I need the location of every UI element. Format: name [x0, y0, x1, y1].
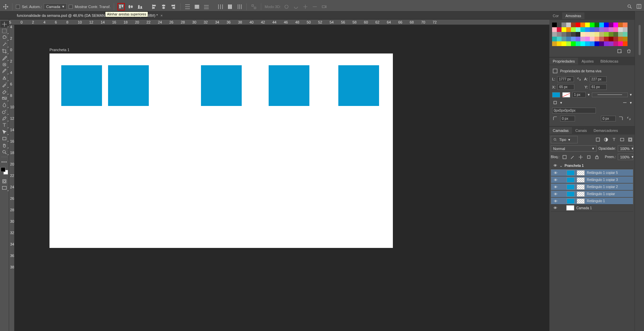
corner-radius-input[interactable]	[552, 108, 596, 113]
fill-input[interactable]: 100%▾	[618, 154, 633, 160]
stroke-style-dropdown[interactable]: ▾	[630, 93, 632, 97]
align-vertical-centers-button[interactable]	[127, 3, 134, 10]
swatch[interactable]	[571, 37, 576, 41]
swatch[interactable]	[599, 23, 604, 27]
layer-row[interactable]: 👁Camada 1	[551, 205, 633, 212]
distribute-left-button[interactable]	[217, 3, 224, 10]
magic-wand-tool[interactable]	[0, 41, 9, 48]
swatch[interactable]	[618, 41, 623, 46]
visibility-icon[interactable]: 👁	[553, 163, 557, 168]
swatch[interactable]	[595, 27, 599, 32]
swatch[interactable]	[557, 32, 562, 37]
swatch[interactable]	[566, 27, 571, 32]
tab-ajustes[interactable]: Ajustes	[578, 58, 597, 65]
align-top-edges-button[interactable]	[117, 3, 125, 10]
dodge-tool[interactable]	[0, 108, 9, 115]
swatch[interactable]	[571, 27, 576, 32]
width-input[interactable]	[557, 76, 574, 82]
swatch[interactable]	[599, 27, 604, 32]
swatch[interactable]	[585, 32, 590, 37]
opacity-input[interactable]: 100%▾	[618, 145, 633, 152]
filter-adjust-icon[interactable]	[603, 137, 609, 143]
distribute-hcenter-button[interactable]	[226, 3, 234, 10]
align-right-edges-button[interactable]	[169, 3, 177, 10]
swatch[interactable]	[557, 27, 562, 32]
height-input[interactable]	[590, 76, 607, 82]
healing-brush-tool[interactable]	[0, 61, 9, 68]
swatch[interactable]	[609, 32, 613, 37]
edit-toolbar-button[interactable]: •••	[0, 158, 9, 165]
brush-tool[interactable]	[0, 68, 9, 75]
link-dimensions-icon[interactable]	[576, 76, 582, 82]
type-tool[interactable]	[0, 122, 9, 128]
swatch[interactable]	[595, 23, 599, 27]
swatch[interactable]	[562, 27, 566, 32]
crop-tool[interactable]	[0, 48, 9, 54]
swatch[interactable]	[609, 27, 613, 32]
swatch[interactable]	[595, 32, 599, 37]
swatch[interactable]	[609, 37, 613, 41]
swatch[interactable]	[623, 23, 628, 27]
swatch[interactable]	[576, 41, 580, 46]
swatch[interactable]	[590, 32, 595, 37]
swatch[interactable]	[623, 37, 628, 41]
visibility-icon[interactable]: 👁	[553, 199, 558, 203]
swatch[interactable]	[557, 41, 562, 46]
layer-row[interactable]: 👁Retângulo 1 copiar 2	[551, 183, 633, 190]
link-corners-icon[interactable]	[626, 115, 632, 121]
swatch[interactable]	[566, 37, 571, 41]
eyedropper-tool[interactable]	[0, 54, 9, 61]
layer-row[interactable]: 👁Retângulo 1	[551, 197, 633, 205]
distribute-right-button[interactable]	[236, 3, 243, 10]
marquee-tool[interactable]	[0, 28, 9, 34]
swatch[interactable]	[623, 41, 628, 46]
align-left-edges-button[interactable]	[150, 3, 158, 10]
swatch[interactable]	[604, 32, 609, 37]
corner-tl-input[interactable]	[560, 116, 575, 121]
lock-all-icon[interactable]	[594, 154, 600, 160]
swatch[interactable]	[580, 23, 585, 27]
tab-cor[interactable]: Cor	[549, 12, 562, 19]
swatch[interactable]	[557, 37, 562, 41]
vertical-ruler[interactable]: 4202468101214161820222426283032343638	[9, 25, 14, 331]
eraser-tool[interactable]	[0, 88, 9, 95]
stroke-width-input[interactable]	[572, 92, 586, 98]
filter-pixel-icon[interactable]	[595, 137, 601, 143]
swatch[interactable]	[552, 41, 557, 46]
swatch[interactable]	[590, 37, 595, 41]
layer-filter-select[interactable]: Tipo▾	[551, 136, 578, 143]
swatch[interactable]	[613, 37, 618, 41]
swatch[interactable]	[576, 27, 580, 32]
swatch[interactable]	[613, 41, 618, 46]
distribute-top-button[interactable]	[184, 3, 191, 10]
path-selection-tool[interactable]	[0, 128, 9, 135]
swatch[interactable]	[576, 32, 580, 37]
rectangle-5[interactable]	[338, 65, 379, 106]
swatch[interactable]	[590, 41, 595, 46]
swatch[interactable]	[562, 37, 566, 41]
swatch[interactable]	[604, 41, 609, 46]
swatch[interactable]	[613, 32, 618, 37]
chevron-down-icon[interactable]: ⌄	[560, 163, 563, 168]
document-canvas[interactable]: Prancheta 1	[14, 25, 549, 331]
filter-shape-icon[interactable]	[619, 137, 625, 143]
swatch[interactable]	[562, 32, 566, 37]
swatch[interactable]	[585, 41, 590, 46]
swatch-grid[interactable]	[552, 23, 630, 46]
swatch[interactable]	[609, 23, 613, 27]
layer-artboard[interactable]: 👁⌄Prancheta 1	[551, 162, 633, 169]
filter-smart-icon[interactable]	[627, 137, 633, 143]
filter-type-icon[interactable]	[611, 137, 617, 143]
lock-position-icon[interactable]	[578, 154, 584, 160]
swatch[interactable]	[585, 23, 590, 27]
rectangle-3[interactable]	[201, 65, 242, 106]
zoom-tool[interactable]	[0, 149, 9, 155]
stroke-align-icon[interactable]	[552, 100, 558, 106]
corner-tr-input[interactable]	[601, 116, 616, 121]
workspace-icon[interactable]	[636, 3, 642, 9]
swatch[interactable]	[604, 37, 609, 41]
x-input[interactable]	[557, 84, 574, 90]
move-tool[interactable]	[0, 21, 9, 28]
swatch[interactable]	[580, 41, 585, 46]
dropdown-icon[interactable]: ▾	[588, 93, 590, 97]
